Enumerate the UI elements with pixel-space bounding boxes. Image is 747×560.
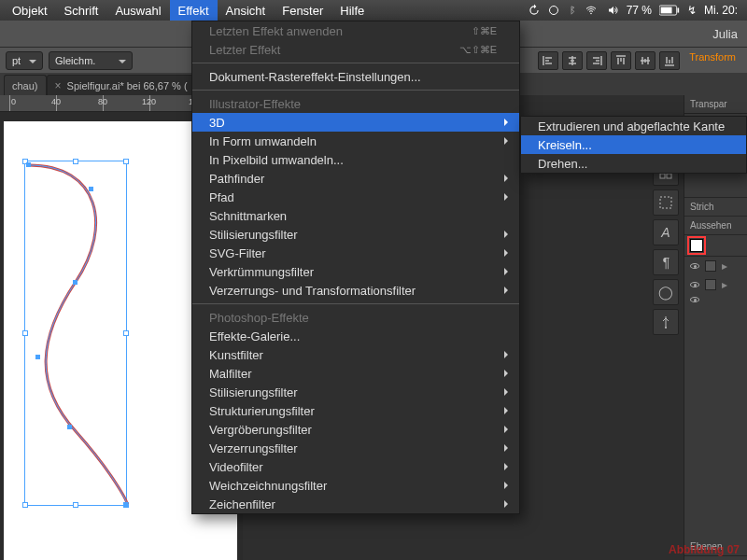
user-label: Julia [712,27,738,41]
svg-rect-8 [667,174,671,178]
tab-label-prefix: chau) [12,80,38,91]
menu-item[interactable]: In Form umwandeln [192,132,519,150]
menu-item-last-effect-options: Letzter Effekt⌥⇧⌘E [192,40,519,59]
align-right-icon[interactable] [586,51,607,70]
shortcut-label: ⌥⇧⌘E [441,44,497,56]
menu-header-illustrator: Illustrator-Effekte [192,94,519,113]
units-dropdown[interactable]: pt [6,51,43,70]
strich-label: Strich [690,202,714,212]
menu-item[interactable]: Vergröberungsfilter [192,420,519,439]
align-vcenter-icon[interactable] [635,51,655,70]
3d-submenu[interactable]: Extrudieren und abgeflachte KanteKreisel… [520,116,747,174]
svg-rect-4 [677,7,679,12]
close-icon[interactable]: × [55,79,62,92]
menu-item[interactable]: Stilisierungsfilter [192,383,519,401]
menu-hilfe[interactable]: Hilfe [331,0,373,21]
menu-item[interactable]: Verzerrungsfilter [192,439,519,457]
effekt-menu[interactable]: Letzten Effekt anwenden⇧⌘E Letzter Effek… [191,21,520,514]
svg-rect-7 [660,174,665,178]
visibility-icon[interactable] [690,263,699,269]
stroke-profile-dropdown[interactable]: Gleichm. [49,51,133,70]
volume-icon [606,5,619,16]
visibility-icon[interactable] [690,297,699,302]
menu-ansicht[interactable]: Ansicht [218,0,275,21]
svg-point-0 [549,7,557,15]
visibility-icon[interactable] [690,282,699,287]
panel-icon-paragraph[interactable]: ¶ [653,249,679,275]
selected-path[interactable] [24,161,155,534]
layer-swatch[interactable] [705,260,716,272]
menu-item[interactable]: Stilisierungsfilter [192,225,519,244]
ruler-tick: 80 [98,97,107,106]
menu-item[interactable]: In Pixelbild umwandeln... [192,150,519,169]
svg-point-1 [590,13,592,15]
menu-item[interactable]: Pathfinder [192,169,519,188]
panel-icon-type[interactable]: A [653,219,679,245]
menu-item[interactable]: Verzerrungs- und Transformationsfilter [192,281,519,300]
menu-item[interactable]: Strukturierungsfilter [192,401,519,420]
chevron-right-icon[interactable]: ▸ [722,278,727,291]
aussehen-label[interactable]: Aussehen [690,220,731,231]
svg-point-10 [665,327,667,329]
menu-fenster[interactable]: Fenster [274,0,331,21]
tab-label: Spielfigur.ai* bei 66,67 % ( [67,80,188,91]
menu-schrift[interactable]: Schrift [56,0,107,21]
transform-link[interactable]: Transform [684,51,741,70]
menu-item[interactable]: Videofilter [192,457,519,476]
panel-tab-transparency[interactable]: Transpar [690,99,727,109]
document-tab-active[interactable]: × Spielfigur.ai* bei 66,67 % ( [47,75,196,95]
menu-item[interactable]: Kunstfilter [192,345,519,364]
align-center-icon[interactable] [562,51,583,70]
panel-icon-dashed[interactable] [653,189,679,216]
fill-swatch[interactable] [690,239,703,252]
bluetooth-icon [567,4,576,17]
menu-item[interactable]: Schnittmarken [192,206,519,225]
align-left-icon[interactable] [538,51,558,70]
battery-icon [659,5,680,16]
status-tray: 77 % ↯ Mi. 20: [528,4,743,17]
menu-item[interactable]: Effekte-Galerie... [192,327,519,345]
chevron-right-icon[interactable]: ▸ [722,259,727,273]
circle-icon [548,5,559,16]
menu-effekt[interactable]: Effekt [170,0,218,21]
sync-icon [528,4,541,17]
clock: Mi. 20: [704,4,738,17]
menu-item[interactable]: Malfilter [192,364,519,383]
panel-icon-usb[interactable] [653,309,679,335]
menu-item[interactable]: Pfad [192,188,519,206]
svg-rect-3 [661,7,672,14]
submenu-item[interactable]: Kreiseln... [521,135,746,154]
document-tab[interactable]: chau) [4,75,47,95]
layer-swatch[interactable] [705,279,716,290]
battery-percent: 77 % [627,4,652,17]
watermark: Abbildung 07 [669,543,740,556]
charging-icon: ↯ [687,4,697,17]
menu-item[interactable]: Zeichenfilter [192,495,519,513]
wifi-icon [584,5,599,16]
align-bottom-icon[interactable] [659,51,680,70]
macos-menubar: Objekt Schrift Auswahl Effekt Ansicht Fe… [0,0,747,21]
menu-item[interactable]: 3D [192,113,519,132]
menu-objekt[interactable]: Objekt [4,0,56,21]
svg-rect-9 [660,197,671,208]
menu-header-photoshop: Photoshop-Effekte [192,308,519,327]
menu-item[interactable]: Verkrümmungsfilter [192,262,519,281]
align-top-icon[interactable] [611,51,631,70]
panel-tabstrip: A ¶ ◯ [647,156,684,339]
menu-item[interactable]: SVG-Filter [192,244,519,262]
submenu-item[interactable]: Extrudieren und abgeflachte Kante [521,117,746,135]
ruler-tick: 0 [11,97,16,106]
menu-item[interactable]: Weichzeichnungsfilter [192,476,519,495]
ruler-tick: 40 [51,97,61,106]
panel-icon-appearance[interactable]: ◯ [653,279,679,305]
ruler-tick: 120 [142,97,156,106]
shortcut-label: ⇧⌘E [453,25,497,37]
menu-item-raster-settings[interactable]: Dokument-Rastereffekt-Einstellungen... [192,67,519,86]
menu-item-last-effect: Letzten Effekt anwenden⇧⌘E [192,21,519,40]
menu-auswahl[interactable]: Auswahl [106,0,169,21]
submenu-item[interactable]: Drehen... [521,154,746,173]
